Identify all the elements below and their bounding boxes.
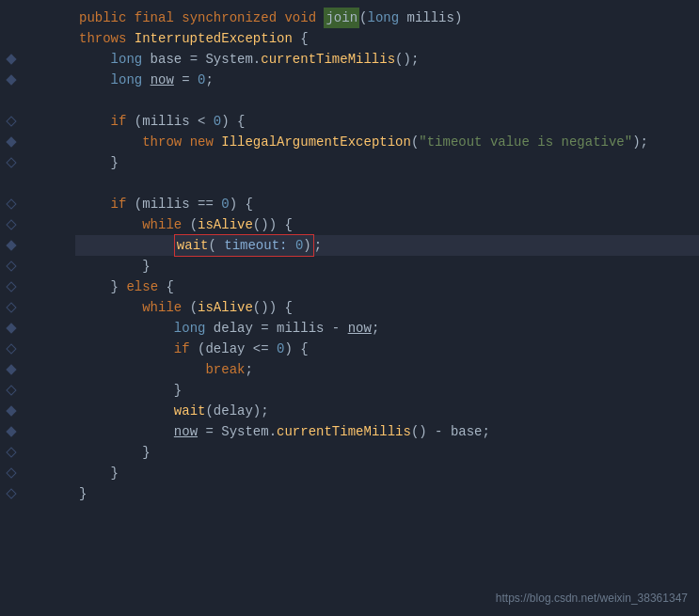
assign-21: = System. (198, 421, 277, 442)
cond-17: (delay <= (198, 339, 277, 359)
brace-close-8: } (111, 152, 119, 173)
kw-public: public (79, 8, 135, 28)
breakpoint-outline-15 (6, 302, 16, 312)
space-timeout (287, 238, 294, 253)
code-line-21: now = System.currentTimeMillis() - base; (75, 421, 699, 442)
str-timeout: "timeout value is negative" (419, 132, 632, 152)
indent-13 (79, 256, 142, 276)
type-long-16: long (174, 318, 206, 339)
gutter-icon-12 (4, 235, 19, 256)
method-ctm-21: currentTimeMillis (277, 421, 411, 442)
brace-close-24: } (79, 483, 87, 504)
gutter-icon-15 (4, 297, 19, 318)
breakpoint-outline-14 (6, 281, 16, 292)
var-delay: delay = millis - (205, 318, 347, 339)
label-timeout: timeout: (216, 238, 288, 253)
breakpoint-outline-6 (6, 116, 16, 126)
paren-ctm: (); (395, 49, 419, 70)
code-line-22: } (75, 442, 699, 463)
code-line-11: while (isAlive()) { (75, 214, 699, 235)
code-line-6: if (millis < 0) { (75, 111, 699, 132)
gutter-icon-8 (4, 152, 19, 173)
class-interrupted: InterruptedException (135, 28, 293, 49)
gutter-icon-4 (4, 70, 19, 90)
gutter-icon-9 (4, 173, 19, 194)
indent-15 (79, 297, 142, 318)
breakpoint-outline-13 (6, 261, 16, 271)
indent-14 (79, 276, 111, 297)
kw-if-6: if (111, 111, 135, 132)
paren-7b: ); (632, 132, 648, 152)
brace-close-23: } (111, 463, 119, 483)
type-long-4: long (111, 70, 143, 90)
paren-12b: ) (303, 238, 310, 253)
gutter-icon-3 (4, 49, 19, 70)
gutter-icon-7 (4, 132, 19, 152)
paren-20: (delay); (205, 401, 268, 421)
paren-15a: ( (190, 297, 198, 318)
method-wait-20: wait (174, 401, 206, 421)
kw-synchronized: synchronized (182, 8, 284, 28)
type-long: long (367, 8, 399, 28)
gutter-icon-19 (4, 380, 19, 401)
brace-close-14: } (111, 276, 127, 297)
brace-17: ) { (284, 339, 308, 359)
breakpoint-outline-8 (6, 157, 16, 167)
num-zero: 0 (198, 70, 205, 90)
var-now: now (151, 70, 174, 90)
indent-16 (79, 318, 174, 339)
brace-open-14: { (158, 276, 174, 297)
paren-11a: ( (190, 214, 198, 235)
watermark: https://blog.csdn.net/weixin_38361347 (496, 592, 688, 605)
indent-8 (79, 152, 111, 173)
code-line-8: } (75, 152, 699, 173)
code-line-12: wait( timeout: 0); (75, 235, 699, 256)
indent-3 (79, 49, 111, 70)
num-0-10: 0 (221, 194, 229, 214)
assign-4: = (174, 70, 198, 90)
indent-10 (79, 194, 111, 214)
method-wait: wait (177, 238, 209, 253)
gutter-icon-23 (4, 463, 19, 483)
brace-10: ) { (230, 194, 253, 214)
gutter-icon-10 (4, 194, 19, 214)
indent-11 (79, 214, 142, 235)
kw-new-7: new (190, 132, 222, 152)
paren-15b: ()) { (253, 297, 293, 318)
type-long-3: long (111, 49, 143, 70)
gutter-icon-16 (4, 318, 19, 339)
indent-23 (79, 463, 111, 483)
gutter-icon-21 (4, 421, 19, 442)
gutter (0, 0, 38, 512)
indent-6 (79, 111, 111, 132)
param-millis: millis) (399, 8, 462, 28)
code-line-19: } (75, 380, 699, 401)
breakpoint-diamond-20 (6, 405, 16, 416)
wait-call: wait( timeout: 0) (174, 234, 314, 257)
kw-while-11: while (142, 214, 189, 235)
brace-6: ) { (221, 111, 245, 132)
indent-7 (79, 132, 142, 152)
paren-12a: ( (208, 238, 215, 253)
breakpoint-outline-17 (6, 343, 16, 354)
breakpoint-outline-11 (6, 219, 16, 229)
semi-12: ; (314, 235, 322, 256)
gutter-icon-6 (4, 111, 19, 132)
kw-throw: throw (142, 132, 189, 152)
gutter-icon-1 (4, 8, 19, 28)
code-line-13: } (75, 256, 699, 276)
brace-open: { (293, 28, 309, 49)
brace-close-22: } (142, 442, 150, 463)
code-line-20: wait(delay); (75, 401, 699, 421)
indent-21 (79, 421, 174, 442)
gutter-icon-13 (4, 256, 19, 276)
method-isalive-11: isAlive (198, 214, 253, 235)
indent-22 (79, 442, 142, 463)
space-4 (142, 70, 150, 90)
indent-4 (79, 70, 111, 90)
indent-20 (79, 401, 174, 421)
indent-18 (79, 359, 205, 380)
gutter-icon-20 (4, 401, 19, 421)
editor-container: public final synchronized void join(long… (0, 0, 699, 616)
gutter-icon-5 (4, 90, 19, 111)
